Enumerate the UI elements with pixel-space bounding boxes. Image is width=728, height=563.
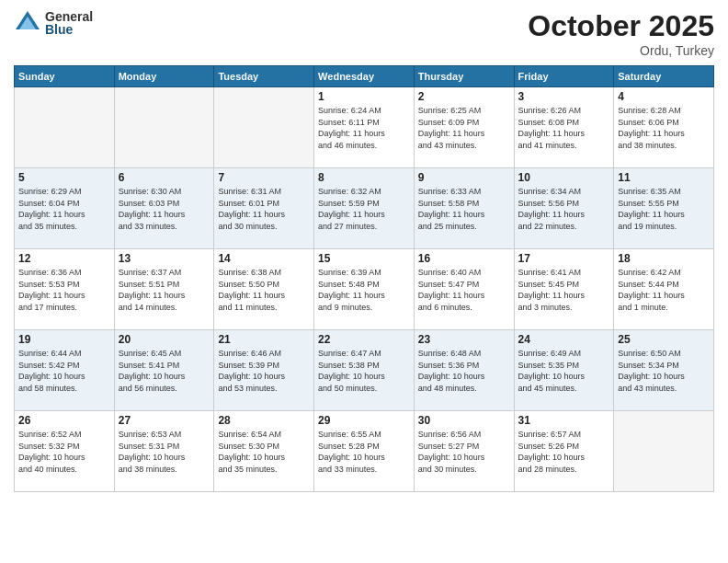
day-info: Sunrise: 6:29 AM Sunset: 6:04 PM Dayligh…: [18, 186, 110, 232]
day-number: 9: [418, 171, 510, 184]
calendar: Sunday Monday Tuesday Wednesday Thursday…: [14, 65, 714, 492]
table-row: 18Sunrise: 6:42 AM Sunset: 5:44 PM Dayli…: [614, 249, 714, 330]
day-number: 13: [119, 252, 210, 265]
day-info: Sunrise: 6:28 AM Sunset: 6:06 PM Dayligh…: [618, 105, 710, 151]
table-row: 30Sunrise: 6:56 AM Sunset: 5:27 PM Dayli…: [414, 411, 514, 492]
location: Ordu, Turkey: [528, 43, 714, 58]
header-tuesday: Tuesday: [214, 66, 314, 87]
day-number: 16: [418, 252, 510, 265]
day-number: 12: [18, 252, 110, 265]
day-info: Sunrise: 6:31 AM Sunset: 6:01 PM Dayligh…: [218, 186, 310, 232]
day-number: 10: [518, 171, 610, 184]
title-section: October 2025 Ordu, Turkey: [528, 9, 714, 58]
day-info: Sunrise: 6:36 AM Sunset: 5:53 PM Dayligh…: [18, 267, 110, 313]
table-row: 9Sunrise: 6:33 AM Sunset: 5:58 PM Daylig…: [414, 168, 514, 249]
day-info: Sunrise: 6:46 AM Sunset: 5:39 PM Dayligh…: [218, 348, 310, 394]
day-info: Sunrise: 6:40 AM Sunset: 5:47 PM Dayligh…: [418, 267, 510, 313]
day-number: 15: [318, 252, 410, 265]
day-number: 8: [318, 171, 410, 184]
day-info: Sunrise: 6:57 AM Sunset: 5:26 PM Dayligh…: [518, 429, 610, 475]
day-number: 6: [119, 171, 210, 184]
day-info: Sunrise: 6:47 AM Sunset: 5:38 PM Dayligh…: [318, 348, 410, 394]
day-number: 1: [318, 90, 410, 103]
month-title: October 2025: [528, 9, 714, 43]
day-number: 14: [218, 252, 310, 265]
table-row: 25Sunrise: 6:50 AM Sunset: 5:34 PM Dayli…: [614, 330, 714, 411]
table-row: 4Sunrise: 6:28 AM Sunset: 6:06 PM Daylig…: [614, 87, 714, 168]
table-row: 5Sunrise: 6:29 AM Sunset: 6:04 PM Daylig…: [15, 168, 115, 249]
logo-icon: [14, 9, 41, 37]
page: General Blue October 2025 Ordu, Turkey S…: [0, 0, 728, 563]
day-number: 4: [618, 90, 710, 103]
table-row: 1Sunrise: 6:24 AM Sunset: 6:11 PM Daylig…: [314, 87, 415, 168]
day-number: 25: [618, 333, 710, 346]
day-number: 3: [518, 90, 610, 103]
table-row: 21Sunrise: 6:46 AM Sunset: 5:39 PM Dayli…: [214, 330, 314, 411]
table-row: 16Sunrise: 6:40 AM Sunset: 5:47 PM Dayli…: [414, 249, 514, 330]
table-row: 13Sunrise: 6:37 AM Sunset: 5:51 PM Dayli…: [114, 249, 214, 330]
table-row: 31Sunrise: 6:57 AM Sunset: 5:26 PM Dayli…: [514, 411, 614, 492]
day-info: Sunrise: 6:48 AM Sunset: 5:36 PM Dayligh…: [418, 348, 510, 394]
day-number: 21: [218, 333, 310, 346]
table-row: 20Sunrise: 6:45 AM Sunset: 5:41 PM Dayli…: [114, 330, 214, 411]
day-number: 17: [518, 252, 610, 265]
day-info: Sunrise: 6:42 AM Sunset: 5:44 PM Dayligh…: [618, 267, 710, 313]
header-wednesday: Wednesday: [314, 66, 415, 87]
table-row: 3Sunrise: 6:26 AM Sunset: 6:08 PM Daylig…: [514, 87, 614, 168]
day-number: 18: [618, 252, 710, 265]
table-row: 6Sunrise: 6:30 AM Sunset: 6:03 PM Daylig…: [114, 168, 214, 249]
day-number: 7: [218, 171, 310, 184]
table-row: 29Sunrise: 6:55 AM Sunset: 5:28 PM Dayli…: [314, 411, 415, 492]
day-number: 19: [18, 333, 110, 346]
calendar-week-row: 19Sunrise: 6:44 AM Sunset: 5:42 PM Dayli…: [15, 330, 714, 411]
day-info: Sunrise: 6:38 AM Sunset: 5:50 PM Dayligh…: [218, 267, 310, 313]
header-monday: Monday: [114, 66, 214, 87]
table-row: 7Sunrise: 6:31 AM Sunset: 6:01 PM Daylig…: [214, 168, 314, 249]
table-row: 12Sunrise: 6:36 AM Sunset: 5:53 PM Dayli…: [15, 249, 115, 330]
logo-blue-label: Blue: [45, 23, 93, 36]
day-number: 29: [318, 414, 410, 427]
table-row: 24Sunrise: 6:49 AM Sunset: 5:35 PM Dayli…: [514, 330, 614, 411]
table-row: 19Sunrise: 6:44 AM Sunset: 5:42 PM Dayli…: [15, 330, 115, 411]
day-number: 31: [518, 414, 610, 427]
table-row: [15, 87, 115, 168]
logo-general-label: General: [45, 10, 93, 23]
day-number: 30: [418, 414, 510, 427]
day-info: Sunrise: 6:24 AM Sunset: 6:11 PM Dayligh…: [318, 105, 410, 151]
day-number: 22: [318, 333, 410, 346]
day-info: Sunrise: 6:35 AM Sunset: 5:55 PM Dayligh…: [618, 186, 710, 232]
day-number: 24: [518, 333, 610, 346]
weekday-header-row: Sunday Monday Tuesday Wednesday Thursday…: [15, 66, 714, 87]
day-info: Sunrise: 6:34 AM Sunset: 5:56 PM Dayligh…: [518, 186, 610, 232]
table-row: 8Sunrise: 6:32 AM Sunset: 5:59 PM Daylig…: [314, 168, 415, 249]
table-row: 14Sunrise: 6:38 AM Sunset: 5:50 PM Dayli…: [214, 249, 314, 330]
day-info: Sunrise: 6:37 AM Sunset: 5:51 PM Dayligh…: [119, 267, 210, 313]
day-info: Sunrise: 6:49 AM Sunset: 5:35 PM Dayligh…: [518, 348, 610, 394]
table-row: 26Sunrise: 6:52 AM Sunset: 5:32 PM Dayli…: [15, 411, 115, 492]
calendar-week-row: 12Sunrise: 6:36 AM Sunset: 5:53 PM Dayli…: [15, 249, 714, 330]
day-info: Sunrise: 6:50 AM Sunset: 5:34 PM Dayligh…: [618, 348, 710, 394]
day-info: Sunrise: 6:54 AM Sunset: 5:30 PM Dayligh…: [218, 429, 310, 475]
table-row: [114, 87, 214, 168]
table-row: 2Sunrise: 6:25 AM Sunset: 6:09 PM Daylig…: [414, 87, 514, 168]
day-number: 11: [618, 171, 710, 184]
day-info: Sunrise: 6:32 AM Sunset: 5:59 PM Dayligh…: [318, 186, 410, 232]
day-info: Sunrise: 6:45 AM Sunset: 5:41 PM Dayligh…: [119, 348, 210, 394]
day-number: 28: [218, 414, 310, 427]
table-row: 15Sunrise: 6:39 AM Sunset: 5:48 PM Dayli…: [314, 249, 415, 330]
calendar-week-row: 5Sunrise: 6:29 AM Sunset: 6:04 PM Daylig…: [15, 168, 714, 249]
table-row: 28Sunrise: 6:54 AM Sunset: 5:30 PM Dayli…: [214, 411, 314, 492]
logo: General Blue: [14, 9, 93, 37]
table-row: 22Sunrise: 6:47 AM Sunset: 5:38 PM Dayli…: [314, 330, 415, 411]
day-info: Sunrise: 6:56 AM Sunset: 5:27 PM Dayligh…: [418, 429, 510, 475]
day-number: 2: [418, 90, 510, 103]
table-row: 10Sunrise: 6:34 AM Sunset: 5:56 PM Dayli…: [514, 168, 614, 249]
day-number: 23: [418, 333, 510, 346]
day-info: Sunrise: 6:25 AM Sunset: 6:09 PM Dayligh…: [418, 105, 510, 151]
day-info: Sunrise: 6:41 AM Sunset: 5:45 PM Dayligh…: [518, 267, 610, 313]
header-thursday: Thursday: [414, 66, 514, 87]
day-number: 5: [18, 171, 110, 184]
table-row: [614, 411, 714, 492]
day-number: 27: [119, 414, 210, 427]
day-info: Sunrise: 6:33 AM Sunset: 5:58 PM Dayligh…: [418, 186, 510, 232]
